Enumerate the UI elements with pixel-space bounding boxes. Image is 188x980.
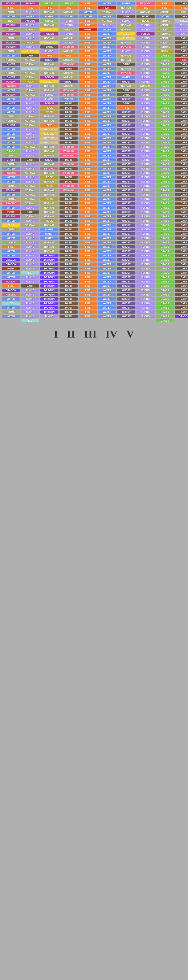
- type-badge: DARK: [175, 223, 188, 227]
- type-badge: ELEC: [40, 28, 58, 31]
- type-badge: FLYING: [137, 215, 154, 218]
- type-badge: GROUND: [40, 128, 58, 131]
- type-badge: FLYING: [21, 162, 39, 166]
- type-badge: WATER: [2, 106, 20, 109]
- type-badge: FLYING: [137, 24, 154, 27]
- type-badge: WATER: [2, 315, 20, 318]
- type-badge: FLYING: [40, 97, 58, 101]
- type-badge: WATER: [2, 128, 20, 131]
- type-badge: GRASS: [156, 54, 174, 57]
- type-badge: NORMAL: [59, 11, 78, 14]
- type-badge: NORMAL: [40, 241, 58, 244]
- type-badge: DRAGON: [2, 258, 20, 261]
- type-badge: GHOST: [117, 306, 135, 309]
- type-badge: FLYING: [137, 28, 154, 31]
- type-badge: DRAGON: [40, 298, 58, 301]
- type-badge: NORMAL: [21, 171, 39, 175]
- type-badge: GHOST: [117, 280, 135, 283]
- col-6: WATER FIGHT NORMAL WATER NORMAL FLYING W…: [98, 2, 117, 323]
- type-badge: WATER: [98, 176, 116, 179]
- type-badge: ICE: [21, 271, 39, 275]
- type-badge: DARK: [175, 258, 188, 261]
- type-badge: NORMAL: [21, 76, 39, 79]
- type-badge: GRASS: [156, 72, 174, 75]
- type-badge: GRASS: [156, 237, 174, 240]
- type-badge: FLYING: [137, 262, 154, 266]
- type-badge: DRAGON: [40, 267, 58, 270]
- type-badge: WATER: [98, 119, 116, 123]
- type-badge: FLYING: [21, 97, 39, 101]
- type-badge: GRASS: [156, 93, 174, 96]
- type-badge: NORMAL: [59, 84, 78, 88]
- type-badge: FLYING: [137, 267, 154, 270]
- type-badge: FIRE: [79, 258, 97, 261]
- type-badge: WATER: [79, 11, 97, 14]
- type-badge: DRAGON: [40, 275, 58, 279]
- type-badge: WATER: [2, 15, 20, 18]
- type-badge: FLYING: [21, 11, 39, 14]
- type-badge: GHOST: [117, 250, 135, 253]
- type-badge: GHOST: [117, 210, 135, 214]
- type-badge: BUG: [2, 19, 20, 22]
- type-badge: FLYING: [137, 176, 154, 179]
- type-badge: FLYING: [137, 93, 154, 96]
- type-badge: FLYING: [137, 310, 154, 313]
- type-badge: FIRE: [79, 84, 97, 88]
- type-badge: DARK: [175, 206, 188, 209]
- type-badge: PSYCHIC: [59, 150, 78, 153]
- type-badge: PSYCHIC: [59, 89, 78, 92]
- type-badge: FIRE: [79, 132, 97, 135]
- type-badge: DARK: [175, 215, 188, 218]
- type-badge: FIRE: [40, 6, 58, 10]
- type-badge: FIRE: [21, 6, 39, 10]
- type-badge: DARK: [59, 245, 78, 248]
- type-badge: ROCK: [156, 49, 174, 53]
- type-badge: FIRE: [79, 58, 97, 62]
- type-badge: POISON: [2, 45, 20, 49]
- type-badge: WATER: [2, 254, 20, 257]
- type-badge: WATER: [98, 280, 116, 283]
- type-badge: GRASS: [156, 115, 174, 118]
- type-badge: DARK: [59, 271, 78, 275]
- type-badge: FLYING: [21, 250, 39, 253]
- type-badge: GHOST: [117, 80, 135, 83]
- type-badge: DARK: [175, 72, 188, 75]
- type-badge: GRASS: [156, 76, 174, 79]
- type-badge: GRASS: [156, 298, 174, 301]
- type-badge: DARK: [59, 141, 78, 144]
- type-badge: FLYING: [21, 141, 39, 144]
- type-badge: NORMAL: [156, 41, 174, 44]
- type-badge: DARK: [40, 45, 58, 49]
- type-badge: GHOST: [117, 189, 135, 192]
- type-badge: WATER: [98, 193, 116, 196]
- type-badge: ROCK: [40, 106, 58, 109]
- type-badge: NORMAL: [40, 37, 58, 40]
- type-badge: GRASS: [156, 250, 174, 253]
- type-badge: FIRE: [79, 150, 97, 153]
- type-badge: FLYING: [137, 223, 154, 227]
- type-badge: GRASS: [156, 180, 174, 183]
- type-badge: FLYING: [137, 245, 154, 248]
- type-badge: NORMAL: [21, 185, 39, 188]
- type-badge: DARK: [175, 193, 188, 196]
- type-badge: DARK: [59, 158, 78, 162]
- type-badge: FLYING: [137, 132, 154, 135]
- type-badge: DARK: [175, 306, 188, 309]
- type-badge: DARK: [175, 185, 188, 188]
- type-badge: FLYING: [21, 289, 39, 292]
- type-badge: FLYING: [21, 245, 39, 248]
- type-badge: FLYING: [21, 232, 39, 235]
- type-badge: GRASS: [156, 137, 174, 140]
- type-badge: POISON: [137, 32, 154, 35]
- type-badge: PSYCHIC: [137, 2, 154, 5]
- type-badge: FLYING: [137, 63, 154, 66]
- gen-2-label: II: [67, 328, 75, 340]
- type-badge: NORMAL: [40, 11, 58, 14]
- type-badge: NORMAL: [40, 115, 58, 118]
- type-badge: GRASS: [156, 176, 174, 179]
- type-badge: GRASS: [2, 150, 20, 153]
- type-badge: FIRE: [79, 189, 97, 192]
- type-badge: FLYING: [21, 167, 39, 170]
- type-badge: WATER: [98, 15, 116, 18]
- type-badge: GRASS: [156, 150, 174, 153]
